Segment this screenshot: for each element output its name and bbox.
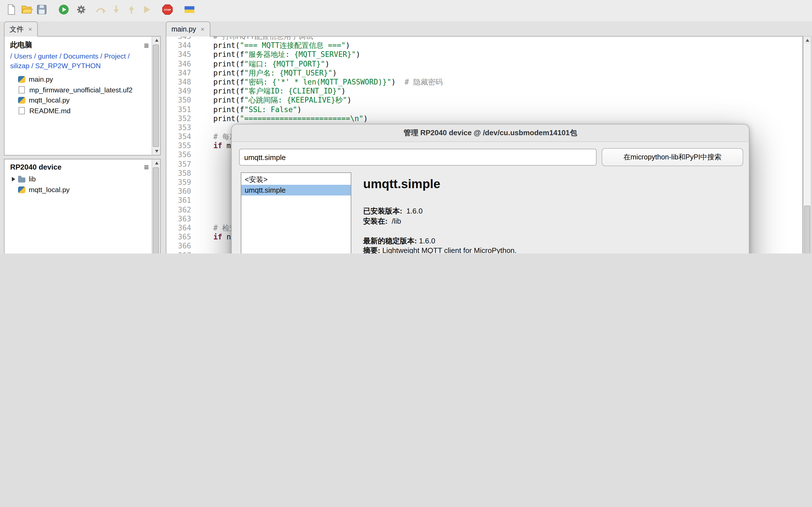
- stop-restart-icon: STOP: [161, 3, 173, 18]
- python-file-icon: [18, 186, 26, 193]
- resume-button[interactable]: [139, 3, 154, 18]
- files-panel-menu-icon[interactable]: ≡: [144, 40, 149, 50]
- dialog-title: 管理 RP2040 device @ /dev/cu.usbmodem14101…: [232, 124, 749, 142]
- step-out-icon: [125, 3, 137, 18]
- code-line-352: 352 print("========================\n"): [166, 114, 802, 123]
- tab-main-py-label: main.py: [171, 25, 196, 33]
- package-list[interactable]: <安装>umqtt.simple: [241, 172, 351, 253]
- tree-item-lib[interactable]: lib: [4, 174, 160, 184]
- package-list-item[interactable]: <安装>: [241, 174, 351, 185]
- code-line-343: 343 # 打印MQTT配置信息用于调试: [166, 36, 802, 41]
- files-panel-title: 此电脑: [10, 40, 32, 50]
- scroll-down-icon[interactable]: [153, 148, 160, 155]
- save-file-button[interactable]: [34, 3, 49, 18]
- expander-icon[interactable]: [12, 177, 18, 182]
- package-search-input[interactable]: [239, 149, 597, 166]
- files-panel-scrollbar[interactable]: [152, 37, 160, 155]
- device-panel-title: RP2040 device: [10, 163, 61, 171]
- code-line-350: 350 print(f"心跳间隔: {KEEPALIVE}秒"): [166, 96, 802, 105]
- package-name: umqtt.simple: [363, 177, 741, 191]
- code-line-347: 347 print(f"用户名: {MQTT_USER}"): [166, 69, 802, 78]
- stop-restart-button[interactable]: STOP: [160, 3, 175, 18]
- device-panel-scrollbar[interactable]: [152, 159, 160, 253]
- svg-text:STOP: STOP: [164, 8, 171, 11]
- scroll-up-icon[interactable]: [153, 37, 160, 44]
- tree-item-mqtt_local.py[interactable]: mqtt_local.py: [4, 184, 160, 195]
- package-list-item[interactable]: umqtt.simple: [241, 185, 351, 195]
- python-file-icon: [18, 97, 26, 104]
- support-ukraine-button[interactable]: [182, 3, 197, 18]
- package-info-row: [363, 226, 741, 236]
- open-file-button[interactable]: [18, 3, 34, 18]
- open-file-icon: [20, 3, 33, 18]
- new-file-button[interactable]: [3, 3, 18, 18]
- device-files-panel: RP2040 device ≡ libmqtt_local.py: [4, 159, 161, 253]
- step-into-icon: [110, 3, 122, 18]
- code-line-348: 348 print(f"密码: {'*' * len(MQTT_PASSWORD…: [166, 78, 802, 87]
- code-line-351: 351 print(f"SSL: False"): [166, 105, 802, 114]
- code-line-349: 349 print(f"客户端ID: {CLIENT_ID}"): [166, 87, 802, 96]
- file-icon: [18, 87, 25, 94]
- package-info-rows: 已安装版本: 1.6.0安装在: /lib最新的稳定版本: 1.6.0摘要: L…: [363, 206, 741, 253]
- tab-main-py[interactable]: main.py ×: [166, 21, 210, 37]
- toolbar-icons: STOP: [0, 3, 197, 18]
- tab-files-label: 文件: [10, 24, 24, 34]
- tree-item-main.py[interactable]: main.py: [4, 74, 160, 85]
- step-over-icon: [94, 3, 107, 18]
- files-tree: main.pymp_firmware_unofficial_latest.uf2…: [4, 73, 160, 116]
- package-info-row: 安装在: /lib: [363, 216, 741, 226]
- package-details: umqtt.simple 已安装版本: 1.6.0安装在: /lib最新的稳定版…: [363, 172, 741, 253]
- code-line-346: 346 print(f"端口: {MQTT_PORT}"): [166, 59, 802, 68]
- tree-item-mqtt_local.py[interactable]: mqtt_local.py: [4, 95, 160, 106]
- editor-vscrollbar[interactable]: [803, 36, 811, 253]
- package-info-row: 最新的稳定版本: 1.6.0: [363, 236, 741, 245]
- debug-script-button[interactable]: [73, 3, 89, 18]
- file-icon: [18, 107, 25, 115]
- code-line-344: 344 print("=== MQTT连接配置信息 ==="): [166, 41, 802, 50]
- device-panel-menu-icon[interactable]: ≡: [144, 162, 149, 172]
- scroll-up-icon[interactable]: [153, 159, 160, 167]
- scrollbar-thumb[interactable]: [804, 206, 810, 253]
- debug-script-icon: [75, 3, 87, 18]
- toolbar: STOP: [0, 0, 812, 21]
- thonny-window: STOP 文件 × 此电脑 ≡ / Users / gunter / Docum…: [0, 0, 812, 253]
- scroll-up-icon[interactable]: [804, 37, 811, 44]
- scrollbar-thumb[interactable]: [153, 45, 159, 147]
- close-icon[interactable]: ×: [28, 26, 32, 33]
- tree-item-mp_firmware_unofficial_latest.uf2[interactable]: mp_firmware_unofficial_latest.uf2: [4, 85, 160, 95]
- package-info-row: 已安装版本: 1.6.0: [363, 206, 741, 216]
- close-icon[interactable]: ×: [201, 26, 205, 33]
- code-line-345: 345 print(f"服务器地址: {MQTT_SERVER}"): [166, 50, 802, 59]
- search-button[interactable]: 在micropython-lib和PyPI中搜索: [602, 148, 743, 166]
- folder-icon: [18, 178, 26, 183]
- device-tree: libmqtt_local.py: [4, 172, 160, 195]
- scrollbar-thumb[interactable]: [153, 167, 159, 253]
- support-ukraine-icon: [183, 3, 195, 18]
- save-file-icon: [35, 3, 48, 18]
- step-over-button[interactable]: [93, 3, 108, 18]
- resume-icon: [140, 3, 153, 18]
- package-manager-dialog: 管理 RP2040 device @ /dev/cu.usbmodem14101…: [231, 124, 749, 253]
- python-file-icon: [18, 76, 26, 83]
- run-script-icon: [57, 3, 70, 18]
- step-into-button[interactable]: [108, 3, 123, 18]
- new-file-icon: [5, 3, 17, 18]
- breadcrumb[interactable]: / Users / gunter / Documents / Project /…: [4, 51, 160, 73]
- step-out-button[interactable]: [123, 3, 139, 18]
- tab-files[interactable]: 文件 ×: [4, 21, 38, 37]
- tree-item-README.md[interactable]: README.md: [4, 106, 160, 116]
- run-script-button[interactable]: [56, 3, 71, 18]
- files-panel: 此电脑 ≡ / Users / gunter / Documents / Pro…: [4, 36, 161, 156]
- package-info-row: 摘要: Lightweight MQTT client for MicroPyt…: [363, 245, 741, 253]
